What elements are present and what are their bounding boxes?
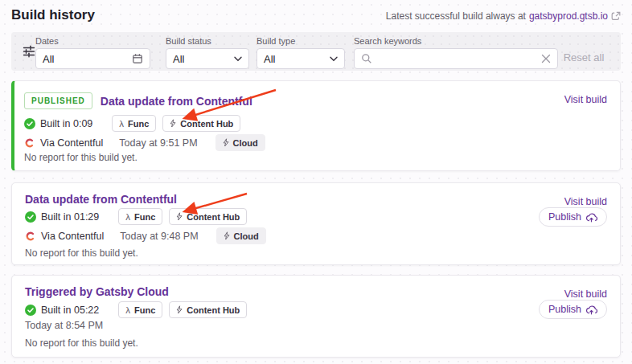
visit-build-link[interactable]: Visit build	[564, 196, 607, 207]
build-status-label: Build status	[166, 36, 249, 46]
lambda-icon: λ	[125, 212, 130, 222]
build-title[interactable]: Triggered by Gatsby Cloud	[25, 285, 169, 298]
content-hub-tag: Content Hub	[169, 208, 247, 225]
cloud-upload-icon	[585, 305, 597, 315]
content-hub-tag-label: Content Hub	[180, 119, 233, 129]
content-hub-tag-label: Content Hub	[187, 305, 240, 315]
build-type-label: Build type	[256, 36, 345, 46]
content-hub-tag-label: Content Hub	[187, 212, 240, 222]
content-hub-tag: Content Hub	[169, 301, 247, 318]
build-card: Data update from Contentful Visit build …	[11, 182, 621, 265]
build-title[interactable]: Data update from Contentful	[25, 193, 177, 206]
contentful-logo-icon	[25, 231, 36, 242]
chevron-down-icon	[234, 56, 242, 62]
built-in-text: Built in 05:22	[41, 305, 99, 316]
build-card: PUBLISHED Data update from Contentful Vi…	[11, 80, 621, 171]
report-status-text: No report for this build yet.	[24, 152, 137, 163]
report-status-text: No report for this build yet.	[25, 247, 138, 259]
cloud-tag-label: Cloud	[233, 138, 258, 148]
filter-sliders-icon[interactable]	[22, 44, 36, 59]
published-badge: PUBLISHED	[24, 92, 92, 109]
reset-all-button[interactable]: Reset all	[555, 47, 613, 67]
via-text: Via Contentful	[41, 231, 104, 242]
lambda-icon: λ	[125, 305, 130, 315]
search-icon	[361, 53, 372, 64]
cloud-upload-icon	[585, 212, 597, 223]
built-in-text: Built in 01:29	[41, 211, 99, 223]
build-time: Today at 9:48 PM	[120, 231, 198, 242]
build-status-select[interactable]: All	[166, 48, 249, 69]
publish-button[interactable]: Publish	[539, 207, 607, 227]
calendar-icon	[132, 53, 143, 64]
build-status-value: All	[173, 53, 234, 65]
visit-build-link[interactable]: Visit build	[564, 94, 607, 105]
visit-build-link[interactable]: Visit build	[564, 288, 607, 300]
build-title[interactable]: Data update from Contentful	[101, 95, 252, 108]
external-link-icon	[611, 11, 621, 21]
cloud-tag-label: Cloud	[234, 231, 259, 241]
search-input[interactable]	[377, 53, 536, 65]
func-tag-label: Func	[134, 212, 155, 222]
func-tag-label: Func	[128, 119, 149, 129]
latest-build-note: Latest successful build always at gatsby…	[386, 10, 621, 22]
filter-dates: Dates All	[35, 36, 150, 69]
latest-build-link[interactable]: gatsbyprod.gtsb.io	[529, 10, 608, 22]
built-in-text: Built in 0:09	[40, 118, 92, 129]
via-text: Via Contentful	[40, 137, 103, 149]
cloud-tag: Cloud	[216, 227, 266, 244]
content-hub-tag: Content Hub	[162, 115, 240, 132]
contentful-logo-icon	[24, 137, 35, 149]
lightning-icon	[224, 231, 230, 240]
dates-select[interactable]: All	[35, 48, 150, 69]
lambda-icon: λ	[119, 119, 124, 129]
search-label: Search keywords	[354, 36, 558, 46]
publish-button[interactable]: Publish	[539, 300, 607, 319]
filter-build-type: Build type All	[256, 36, 345, 69]
check-circle-icon	[25, 305, 36, 316]
lightning-icon	[176, 305, 183, 314]
latest-build-note-text: Latest successful build always at	[386, 10, 526, 22]
filter-search: Search keywords	[354, 36, 558, 69]
build-card: Triggered by Gatsby Cloud Visit build Pu…	[11, 275, 621, 358]
filter-build-status: Build status All	[166, 36, 249, 69]
filter-bar: Dates All Build status All Build type Al…	[11, 32, 621, 71]
build-time: Today at 8:54 PM	[25, 320, 103, 331]
publish-button-label: Publish	[548, 211, 581, 223]
func-tag: λ Func	[118, 301, 162, 318]
lightning-icon	[176, 212, 183, 221]
build-history-page: { "header": { "title": "Build history", …	[0, 0, 632, 364]
lightning-icon	[170, 119, 176, 128]
dates-label: Dates	[35, 36, 150, 46]
func-tag: λ Func	[118, 208, 162, 225]
publish-button-label: Publish	[548, 304, 581, 315]
dates-value: All	[43, 53, 132, 65]
func-tag-label: Func	[134, 305, 155, 315]
build-time: Today at 9:51 PM	[119, 137, 197, 149]
check-circle-icon	[25, 211, 36, 223]
check-circle-icon	[24, 118, 35, 129]
search-box	[354, 48, 558, 69]
clear-search-icon[interactable]	[541, 54, 551, 63]
report-status-text: No report for this build yet.	[25, 337, 138, 349]
build-type-value: All	[264, 53, 330, 65]
build-type-select[interactable]: All	[256, 48, 345, 69]
func-tag: λ Func	[112, 115, 156, 132]
page-title: Build history	[11, 7, 95, 23]
lightning-icon	[223, 138, 229, 147]
cloud-tag: Cloud	[215, 134, 265, 151]
chevron-down-icon	[330, 56, 338, 62]
